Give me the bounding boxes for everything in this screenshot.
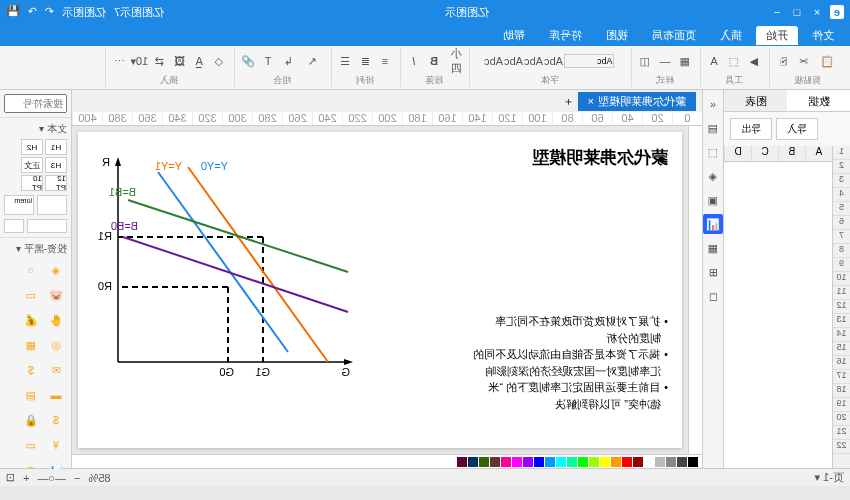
lorem-preview[interactable]: lorem (4, 195, 34, 215)
safe-icon[interactable]: 🔒 (20, 409, 42, 431)
vt-table-icon[interactable]: ▦ (703, 238, 723, 258)
redo-icon[interactable]: ↷ (28, 5, 37, 20)
target-icon[interactable]: ◎ (45, 334, 67, 356)
zoom-plus[interactable]: + (23, 472, 29, 484)
size-input[interactable]: 10▾ (130, 52, 148, 70)
vt-grid-icon[interactable]: ⊞ (703, 262, 723, 282)
export-button[interactable]: 导出 (730, 118, 772, 140)
page-selector[interactable]: 页-1 ▾ (814, 470, 844, 485)
color-swatch[interactable] (512, 457, 522, 467)
col-b[interactable]: B (778, 146, 805, 161)
col-c[interactable]: C (751, 146, 778, 161)
color-swatch[interactable] (578, 457, 588, 467)
briefcase-icon[interactable]: ▭ (20, 434, 42, 456)
icons-section-header[interactable]: 投资-黑平 ▾ (4, 242, 67, 256)
vt-square-icon[interactable]: ◻ (703, 286, 723, 306)
zoom-minus[interactable]: − (74, 472, 80, 484)
add-tab-icon[interactable]: ＋ (563, 94, 574, 109)
zoom-value[interactable]: 85% (89, 472, 111, 484)
menu-symbols[interactable]: 符号库 (539, 26, 592, 45)
tab-close-icon[interactable]: × (588, 95, 594, 107)
zoom-slider[interactable]: —○— (37, 472, 66, 484)
minimize-icon[interactable]: − (770, 5, 784, 19)
color-swatch[interactable] (479, 457, 489, 467)
bag-icon[interactable]: 💰 (20, 309, 42, 331)
yen-icon[interactable]: ¥ (45, 434, 67, 456)
fill-icon[interactable]: ▦ (676, 52, 694, 70)
lp-tab-chart[interactable]: 图表 (724, 90, 787, 111)
color-swatch[interactable] (457, 457, 467, 467)
menu-view[interactable]: 视图 (596, 26, 638, 45)
color-swatch[interactable] (523, 457, 533, 467)
align-r-icon[interactable]: ☰ (336, 52, 354, 70)
h1-button[interactable]: H1 (45, 139, 67, 155)
align-l-icon[interactable]: ≡ (376, 52, 394, 70)
select-icon[interactable]: ⬚ (725, 52, 743, 70)
color-swatch[interactable] (611, 457, 621, 467)
spreadsheet[interactable]: 12345678910111213141516171819202122 A B … (724, 146, 850, 468)
style1[interactable]: Abc (545, 52, 563, 70)
line-style[interactable] (27, 219, 67, 233)
cut-icon[interactable]: ✂ (794, 52, 812, 70)
lp-tab-data[interactable]: 数据 (787, 90, 850, 111)
line-icon[interactable]: — (656, 52, 674, 70)
calc-icon[interactable]: ▦ (20, 334, 42, 356)
image1-icon[interactable]: A̲ (190, 52, 208, 70)
adjust-icon[interactable]: ⇄ (150, 52, 168, 70)
italic-icon[interactable]: I (405, 52, 423, 70)
color-swatch[interactable] (622, 457, 632, 467)
font-family[interactable]: Abc (565, 54, 615, 68)
line-w[interactable] (4, 219, 24, 233)
undo-icon[interactable]: ↶ (45, 5, 54, 20)
canvas[interactable]: 蒙代尔弗莱明模型 R G R0 R1 G0 G1 (78, 132, 682, 448)
menu-insert[interactable]: 插入 (710, 26, 752, 45)
image-icon[interactable]: 🖼 (170, 52, 188, 70)
color-swatch[interactable] (600, 457, 610, 467)
connector-icon[interactable]: ↳ (279, 52, 297, 70)
doc-tab[interactable]: 蒙代尔弗莱明模型× (578, 92, 696, 111)
color-swatch[interactable] (633, 457, 643, 467)
style3[interactable]: Abc (505, 52, 523, 70)
import-button[interactable]: 导入 (776, 118, 818, 140)
scale-icon[interactable]: ⚖ (20, 459, 42, 469)
menu-file[interactable]: 文件 (802, 26, 844, 45)
cursor-icon[interactable]: ↖ (299, 48, 325, 74)
style2[interactable]: Abc (525, 52, 543, 70)
col-d[interactable]: D (724, 146, 751, 161)
coins-icon[interactable]: ○ (20, 259, 42, 281)
vt-page-icon[interactable]: ▤ (703, 118, 723, 138)
fontsize[interactable]: 小四 (445, 52, 463, 70)
menu-layout[interactable]: 页面布局 (642, 26, 706, 45)
chart-icon[interactable]: 📊 (45, 459, 67, 469)
pointer-icon[interactable]: ▶ (745, 52, 763, 70)
pt10-button[interactable]: 10 PT (21, 175, 43, 191)
collapse-icon[interactable]: « (703, 94, 723, 114)
color-swatch[interactable] (567, 457, 577, 467)
breadcrumb-1[interactable]: 亿图图示7 (114, 5, 164, 20)
menu-help[interactable]: 帮助 (493, 26, 535, 45)
color-swatch[interactable] (545, 457, 555, 467)
doc-icon[interactable]: ▤ (20, 384, 42, 406)
vt-layer-icon[interactable]: ⬚ (703, 142, 723, 162)
copy-icon[interactable]: ⎘ (774, 52, 792, 70)
h3-button[interactable]: H3 (45, 157, 67, 173)
stack-icon[interactable]: ▭ (20, 284, 42, 306)
symbol-search-input[interactable] (4, 94, 67, 113)
text-icon[interactable]: A (705, 52, 723, 70)
pt12-button[interactable]: 12 PT (45, 175, 67, 191)
maximize-icon[interactable]: □ (790, 5, 804, 19)
color-swatch[interactable] (501, 457, 511, 467)
money-icon[interactable]: $ (20, 359, 42, 381)
vt-shape-icon[interactable]: ▣ (703, 190, 723, 210)
envelope-icon[interactable]: ✉ (45, 359, 67, 381)
color-swatch[interactable] (677, 457, 687, 467)
diamond-icon[interactable]: ◈ (45, 259, 67, 281)
close-icon[interactable]: × (810, 5, 824, 19)
vt-stack-icon[interactable]: ◈ (703, 166, 723, 186)
save-icon[interactable]: 💾 (6, 5, 20, 20)
color-swatch[interactable] (655, 457, 665, 467)
color-swatch[interactable] (666, 457, 676, 467)
color-swatch[interactable] (589, 457, 599, 467)
text-section-header[interactable]: 文本 ▾ (4, 122, 67, 136)
vt-chart-icon[interactable]: 📊 (703, 214, 723, 234)
